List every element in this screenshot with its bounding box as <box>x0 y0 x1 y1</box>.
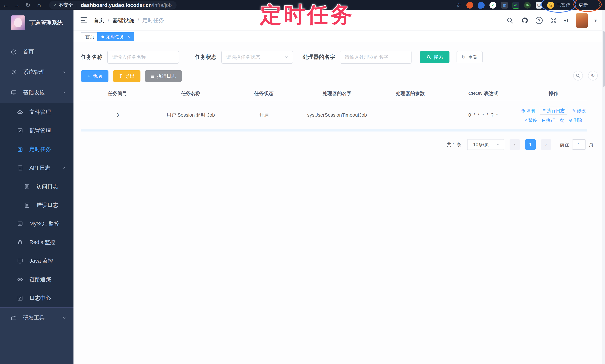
caret-down-icon[interactable]: ▾ <box>594 18 597 24</box>
forward-icon[interactable]: → <box>11 1 22 9</box>
sidebar-item-label: Redis 监控 <box>29 239 55 246</box>
sidebar-menu: 首页 系统管理 基础设施 文件管理 配置管理 定时任务 <box>0 41 74 364</box>
main-content: 首页 / 基础设施 / 定时任务 ? тT ▾ 首页 定时任务 × <box>74 10 605 364</box>
pause-link[interactable]: ×暂停 <box>525 117 537 123</box>
prev-page-button[interactable]: ‹ <box>510 139 520 150</box>
divider <box>77 3 77 8</box>
update-button[interactable]: 更新 <box>575 1 591 9</box>
goto-page-input[interactable] <box>572 139 586 150</box>
address-bar[interactable]: ⚠ 不安全 dashboard.yudao.iocoder.cn/infra/j… <box>49 1 177 10</box>
sidebar-item-redis[interactable]: Redis 监控 <box>0 233 74 252</box>
chevron-up-icon <box>62 90 67 95</box>
home-icon[interactable]: ⌂ <box>33 1 45 9</box>
hamburger-icon[interactable] <box>80 17 87 23</box>
tab-home[interactable]: 首页 <box>81 32 99 41</box>
profile-chip[interactable]: 😃 已暂停 <box>547 2 570 9</box>
column-header: CRON 表达式 <box>447 86 520 101</box>
column-header: 操作 <box>520 86 587 101</box>
sidebar-item-system[interactable]: 系统管理 <box>0 62 74 82</box>
next-page-button[interactable]: › <box>541 139 551 150</box>
extension-on-icon[interactable]: on <box>513 2 519 9</box>
puzzle-icon[interactable]: ⬡ <box>536 2 542 9</box>
add-button-label: 新增 <box>92 73 102 79</box>
sidebar-item-error-log[interactable]: 错误日志 <box>0 196 74 214</box>
toggle-search-button[interactable] <box>573 71 583 80</box>
breadcrumb-infra[interactable]: 基础设施 <box>113 17 134 24</box>
reload-icon[interactable]: ↻ <box>22 1 33 9</box>
sidebar-item-home[interactable]: 首页 <box>0 41 74 62</box>
sidebar-item-config[interactable]: 配置管理 <box>0 121 74 140</box>
user-avatar[interactable] <box>576 13 588 28</box>
stack-icon <box>17 239 24 246</box>
bookmark-star-icon[interactable]: ☆ <box>456 1 461 9</box>
scrollbar-thumb[interactable] <box>603 31 605 87</box>
sidebar: 芋道管理系统 首页 系统管理 基础设施 文件管理 配置管理 <box>0 10 74 364</box>
font-size-icon[interactable]: тT <box>564 17 569 24</box>
sidebar-item-log-center[interactable]: 日志中心 <box>0 289 74 307</box>
cell-handler-name: sysUserSessionTimeoutJob <box>307 112 367 118</box>
refresh-button[interactable]: ↻ <box>588 71 598 80</box>
page-scrollbar[interactable] <box>602 10 605 364</box>
sidebar-item-api-log[interactable]: API 日志 <box>0 159 74 177</box>
monitor-icon <box>17 258 24 264</box>
exec-log-link[interactable]: ≣执行日志 <box>540 107 567 115</box>
sidebar-item-java[interactable]: Java 监控 <box>0 252 74 270</box>
back-icon[interactable]: ← <box>0 1 11 9</box>
sidebar-item-access-log[interactable]: 访问日志 <box>0 177 74 196</box>
list-icon: ≣ <box>150 73 155 79</box>
app-logo-row[interactable]: 芋道管理系统 <box>0 10 74 35</box>
close-icon[interactable]: × <box>127 34 130 39</box>
total-count: 共 1 条 <box>447 142 461 148</box>
export-button[interactable]: ↧ 导出 <box>113 70 141 82</box>
breadcrumb-current: 定时任务 <box>142 17 164 24</box>
delete-link[interactable]: ⊖删除 <box>569 117 582 123</box>
page-1-button[interactable]: 1 <box>525 139 536 150</box>
sidebar-item-label: Java 监控 <box>29 257 53 265</box>
detail-link[interactable]: ◎详细 <box>521 108 535 114</box>
table-row[interactable]: 3 用户 Session 超时 Job 开启 sysUserSessionTim… <box>81 101 587 129</box>
url-host[interactable]: dashboard.yudao.iocoder.cn <box>81 2 152 8</box>
job-status-select[interactable]: 请选择任务状态 <box>221 51 293 64</box>
run-once-link[interactable]: ▶执行一次 <box>542 117 564 123</box>
handler-name-input[interactable] <box>340 51 411 64</box>
job-name-input[interactable] <box>107 51 179 64</box>
reset-button[interactable]: ↻ 重置 <box>457 51 483 63</box>
extension-icon[interactable] <box>466 2 473 9</box>
kebab-menu-icon[interactable]: ⋮ <box>596 1 602 9</box>
browser-actions: ☆ ✓ ▦ on ❧ ⬡ 😃 已暂停 更新 ⋮ <box>456 0 602 10</box>
extension-leaf-icon[interactable]: ❧ <box>524 2 531 9</box>
infra-submenu: 文件管理 配置管理 定时任务 API 日志 访问日志 错误日志 <box>0 103 74 307</box>
play-icon: ▶ <box>542 118 545 123</box>
sidebar-item-infra[interactable]: 基础设施 <box>0 82 74 103</box>
sidebar-item-files[interactable]: 文件管理 <box>0 103 74 121</box>
extension-icon[interactable] <box>478 2 485 9</box>
app-title: 芋道管理系统 <box>29 19 63 26</box>
breadcrumb-home[interactable]: 首页 <box>93 17 104 24</box>
url-path[interactable]: /infra/job <box>152 2 172 8</box>
search-button[interactable]: 搜索 <box>420 51 449 63</box>
edit-link[interactable]: ✎修改 <box>572 108 586 114</box>
sidebar-item-label: 访问日志 <box>37 183 58 190</box>
sidebar-item-label: 首页 <box>23 48 34 55</box>
security-label[interactable]: 不安全 <box>58 2 73 8</box>
search-icon[interactable] <box>506 16 514 25</box>
github-icon[interactable] <box>521 16 529 25</box>
tab-scheduled-jobs[interactable]: 定时任务 × <box>97 32 134 41</box>
sidebar-item-devtools[interactable]: 研发工具 <box>0 307 74 328</box>
fullscreen-icon[interactable] <box>549 16 558 25</box>
monitor-icon <box>10 89 17 96</box>
extension-grid-icon[interactable]: ▦ <box>501 2 508 9</box>
sidebar-item-trace[interactable]: 链路追踪 <box>0 270 74 289</box>
sidebar-item-label: MySQL 监控 <box>29 220 60 227</box>
jobs-table: 任务编号 任务名称 任务状态 处理器的名字 处理器的参数 CRON 表达式 操作… <box>81 86 587 131</box>
cloud-upload-icon <box>17 109 24 116</box>
chevron-down-icon <box>284 55 289 60</box>
exec-log-button[interactable]: ≣ 执行日志 <box>145 70 182 82</box>
sidebar-item-scheduled-jobs[interactable]: 定时任务 <box>0 140 74 159</box>
row-hover-strip <box>81 129 587 131</box>
add-button[interactable]: + 新增 <box>81 70 108 82</box>
sidebar-item-mysql[interactable]: MySQL 监控 <box>0 214 74 233</box>
help-icon[interactable]: ? <box>536 17 543 24</box>
extension-check-icon[interactable]: ✓ <box>489 2 496 9</box>
page-size-select[interactable]: 10条/页 <box>467 139 504 150</box>
